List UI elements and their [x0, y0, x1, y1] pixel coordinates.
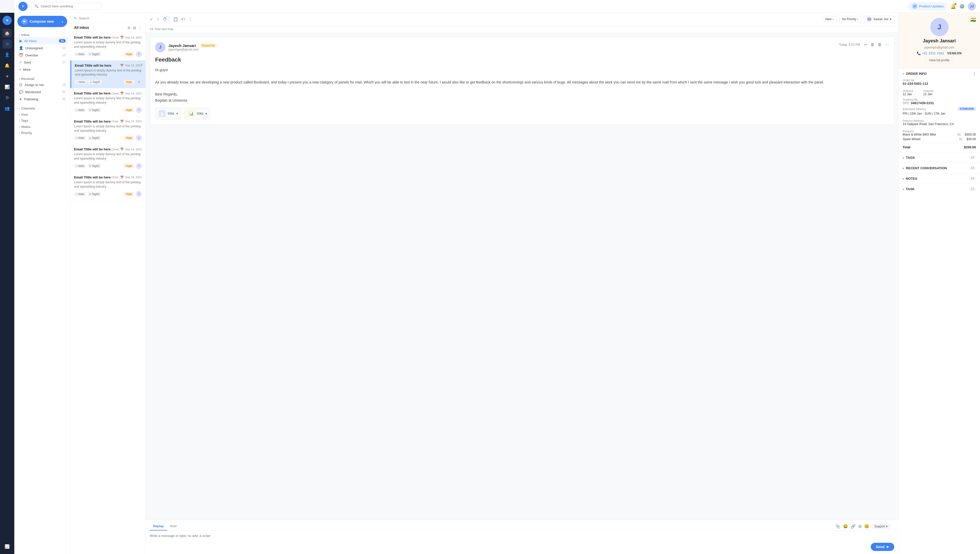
personal-group[interactable]: › Personal	[16, 75, 68, 81]
sidebar-item-assign[interactable]: @ Assign to me 15	[16, 81, 68, 88]
note-tab[interactable]: Note	[167, 522, 180, 530]
more-actions-button[interactable]: ⋮	[188, 17, 192, 22]
mentioned-icon: 💬	[19, 90, 23, 94]
status-group[interactable]: › Status	[16, 123, 68, 129]
attachment-2[interactable]: 📊 50kb ▾	[184, 108, 210, 119]
email-item-4-meta: Close 📅 Sep 14, 2021	[111, 120, 142, 123]
nav-star[interactable]: ★	[3, 72, 12, 81]
nav-chart[interactable]: 📊	[3, 82, 12, 91]
email-item-3-preview: Lorem Ipsum is simply dummy text of the …	[74, 96, 142, 105]
email-item-3-title: Email Tittle will be here	[74, 91, 111, 95]
close-button-5[interactable]: Close	[111, 148, 118, 151]
close-button-2[interactable]: ✕	[140, 62, 143, 67]
reply-tab[interactable]: Replay	[150, 522, 167, 530]
close-button-6[interactable]: Close	[111, 176, 118, 179]
close-button-4[interactable]: Close	[111, 120, 118, 123]
nav-contacts[interactable]: 👤	[3, 50, 12, 59]
sidebar-item-unassigned[interactable]: 👤 Unassigned 12	[16, 45, 68, 52]
sender-name: Jayesh Jansari	[169, 43, 196, 48]
email-item-4[interactable]: Email Tittle will be here Close 📅 Sep 14…	[70, 116, 145, 145]
email-item-3[interactable]: Email Tittle will be here Close 📅 Sep 14…	[70, 88, 145, 116]
close-button-3[interactable]: Close	[111, 92, 118, 95]
task-header[interactable]: › TASK 14	[899, 184, 980, 194]
priority-badge-4: High	[124, 136, 134, 140]
copy-button[interactable]: 📋	[173, 17, 178, 22]
star-button[interactable]: ☆	[156, 17, 160, 22]
clock-button[interactable]: ⏱	[163, 16, 170, 23]
table-button[interactable]: ⊞	[858, 524, 862, 529]
channels-group[interactable]: › Channels	[16, 105, 68, 111]
email-search-label[interactable]: Search	[79, 16, 89, 20]
sidebar-item-overdue[interactable]: ⏰ Overdue 13	[16, 52, 68, 59]
close-button-1[interactable]: Close	[111, 36, 118, 39]
filter-icon[interactable]: ⊞	[127, 26, 130, 30]
delete-icon-btn[interactable]: 🗑	[878, 42, 882, 47]
compose-button[interactable]: ✏ Compose new ›	[18, 16, 67, 27]
status-new-pill[interactable]: New ▾	[822, 16, 837, 22]
product-updates-button[interactable]: JJ Product Updates	[908, 2, 947, 11]
nav-inbox[interactable]: ✉	[3, 39, 12, 48]
email-item-5[interactable]: Email Tittle will be here Close 📅 Sep 14…	[70, 144, 145, 172]
tag-button[interactable]: 🏷	[181, 17, 185, 21]
nav-team[interactable]: 👥	[3, 103, 12, 113]
notes-label: NOTES	[906, 177, 917, 180]
sidebar-item-more[interactable]: ≡ More	[16, 66, 68, 73]
user-avatar[interactable]: JJ	[968, 2, 976, 11]
search-bar[interactable]: 🔍	[30, 3, 102, 10]
more-icon: ≡	[19, 67, 21, 72]
email-item-1[interactable]: Email Tittle will be here Close 📅 Sep 14…	[70, 32, 145, 60]
attachment-1-icon: 📄	[159, 110, 165, 117]
email-subject: Feedback	[155, 56, 889, 63]
user-group[interactable]: › User	[16, 111, 68, 117]
compose-top-button[interactable]: +	[18, 2, 27, 11]
inbox-group[interactable]: › Inbox	[16, 31, 68, 37]
attach-button[interactable]: 📎	[835, 524, 840, 529]
attachment-2-caret: ▾	[205, 112, 207, 115]
reply-input[interactable]	[146, 531, 898, 541]
order-info-header[interactable]: › ORDER INFO ⋮	[899, 68, 980, 79]
send-button[interactable]: Send ➤	[871, 543, 894, 551]
more-card-btn[interactable]: ⋯	[885, 42, 889, 47]
priority-group[interactable]: › Priority	[16, 129, 68, 135]
support-button[interactable]: Support ▾	[872, 524, 890, 529]
trash-icon-btn[interactable]: 🗑	[870, 42, 875, 47]
notifications-button[interactable]: 🔔	[950, 3, 956, 9]
check-button[interactable]: ✓	[150, 17, 153, 22]
search-input[interactable]	[41, 4, 92, 8]
sidebar-item-all-inbox[interactable]: ◉ All Inbox 15	[16, 37, 68, 45]
tags-group[interactable]: › Tags	[16, 117, 68, 123]
personal-label: Personal	[21, 77, 34, 81]
sidebar-item-following[interactable]: ★ Following 01	[16, 96, 68, 103]
raised-badge: Raised By	[200, 43, 217, 48]
view-profile-button[interactable]: View full profile	[925, 57, 953, 63]
emoji-button[interactable]: 😀	[843, 524, 848, 529]
priority-label: Priority	[21, 131, 32, 135]
reply-icon-btn[interactable]: ↩	[864, 42, 867, 47]
sidebar-item-mentioned[interactable]: 💬 Mentioned 01	[16, 88, 68, 96]
all-inbox-icons: ⊞ ▤ ⋮	[127, 26, 142, 30]
attachment-1[interactable]: 📄 50kb ▾	[155, 108, 181, 119]
notes-header[interactable]: › NOTES 14	[899, 174, 980, 183]
nav-alerts[interactable]: 🔔	[3, 61, 12, 70]
more-label: More	[23, 68, 30, 72]
email-item-6[interactable]: Email Tittle will be here Close 📅 Sep 14…	[70, 172, 145, 201]
logo[interactable]: ✦	[3, 16, 12, 25]
sidebar-item-sent[interactable]: ↗ Sent 17	[16, 59, 68, 66]
assignee-pill[interactable]: SJ Sawan Jes ▾	[864, 15, 894, 23]
settings-button[interactable]: ⚙️	[959, 3, 965, 9]
nav-home[interactable]: 🏠	[3, 29, 12, 38]
recent-conv-header[interactable]: › RECENT CONVERSATION 14	[899, 163, 980, 173]
nav-settings[interactable]: ⚙	[3, 93, 12, 102]
link-button[interactable]: 🔗	[851, 524, 856, 529]
tags-header[interactable]: › TAGS 14	[899, 153, 980, 162]
email-search-row: ↻ Search	[74, 16, 89, 20]
priority-pill[interactable]: No Priority ▾	[839, 16, 861, 22]
grid-icon[interactable]: ▤	[133, 26, 136, 30]
order-more-icon[interactable]: ⋮	[973, 72, 976, 76]
nav-analytics[interactable]: 📈	[3, 542, 12, 551]
star-reply-btn[interactable]: 😊	[864, 524, 869, 529]
email-item-6-title: Email Tittle will be here	[74, 175, 111, 179]
sent-icon: ↗	[19, 60, 22, 64]
email-item-2[interactable]: ✕ Email Tittle will be here 📅 Sep 14, 20…	[70, 60, 145, 89]
more-options-icon[interactable]: ⋮	[138, 26, 142, 30]
